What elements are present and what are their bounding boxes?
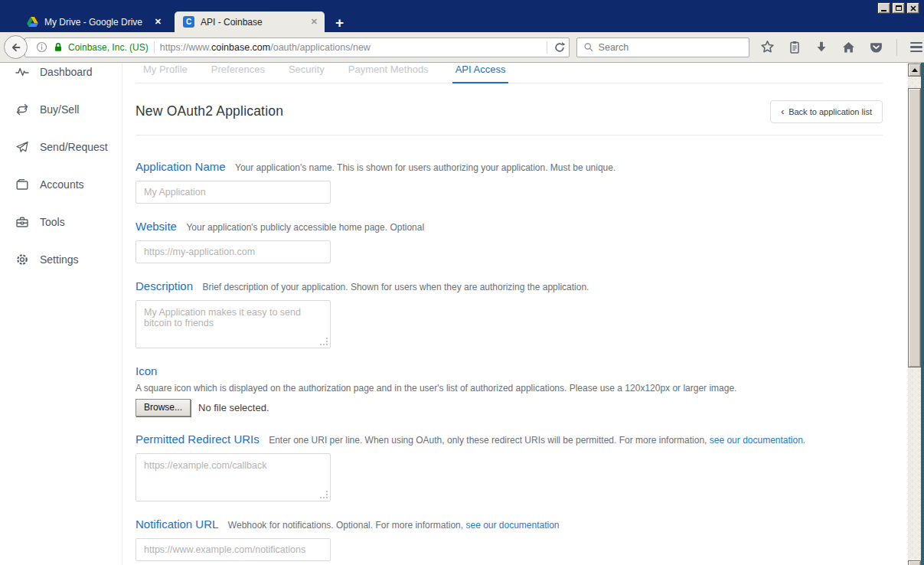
tab-google-drive[interactable]: My Drive - Google Drive ✕ — [18, 11, 168, 32]
scrollbar-thumb[interactable] — [908, 88, 921, 367]
identity-label: Coinbase, Inc. (US) — [68, 42, 149, 53]
send-request-icon — [15, 140, 29, 154]
field-label: Website — [135, 220, 177, 233]
documentation-link[interactable]: see our documentation — [710, 435, 803, 446]
download-icon[interactable] — [815, 41, 828, 54]
application-name-input[interactable] — [135, 181, 331, 204]
browser-window: My Drive - Google Drive ✕ C API - Coinba… — [0, 0, 924, 565]
resize-grip-icon[interactable] — [321, 492, 328, 498]
settings-icon — [15, 253, 29, 266]
sidebar-item-buy-sell[interactable]: Buy/Sell — [0, 90, 122, 128]
tab-security[interactable]: Security — [289, 64, 325, 83]
field-help: Your application's publicly accessible h… — [186, 222, 424, 233]
tab-title: My Drive - Google Drive — [44, 17, 149, 28]
main-content: My Profile Preferences Security Payment … — [122, 63, 908, 565]
tab-close-icon[interactable]: ✕ — [311, 18, 318, 26]
bookmarks-clipboard-icon[interactable] — [788, 40, 802, 54]
accounts-icon — [15, 178, 29, 191]
back-button[interactable] — [4, 35, 28, 59]
field-help: Brief description of your application. S… — [202, 282, 589, 292]
sidebar-item-dashboard[interactable]: Dashboard — [0, 63, 122, 90]
buy-sell-icon — [15, 103, 29, 116]
sidebar-label: Send/Request — [40, 141, 108, 153]
field-label: Icon — [135, 364, 157, 377]
scroll-up-button[interactable] — [908, 64, 921, 77]
sidebar-label: Dashboard — [40, 66, 93, 78]
sidebar-item-accounts[interactable]: Accounts — [0, 165, 122, 203]
close-button[interactable] — [906, 2, 919, 14]
settings-nav-tabs: My Profile Preferences Security Payment … — [135, 63, 883, 83]
tab-preferences[interactable]: Preferences — [211, 64, 265, 83]
chevron-left-icon: ‹ — [781, 107, 784, 116]
field-permitted-redirect-uris: Permitted Redirect URIs Enter one URI pe… — [135, 433, 883, 501]
tab-payment-methods[interactable]: Payment Methods — [348, 64, 429, 83]
info-icon[interactable] — [36, 41, 47, 53]
minimize-button[interactable] — [877, 2, 890, 14]
field-help: Enter one URI per line. When using OAuth… — [269, 435, 805, 446]
window-edge — [921, 63, 924, 565]
new-tab-button[interactable]: + — [335, 15, 344, 30]
back-to-application-list-button[interactable]: ‹ Back to application list — [770, 100, 883, 123]
scroll-down-button[interactable] — [908, 560, 921, 565]
search-box[interactable] — [576, 38, 749, 57]
tab-api-access[interactable]: API Access — [452, 64, 509, 83]
window-controls — [877, 2, 919, 14]
website-input[interactable] — [135, 240, 331, 263]
field-label: Application Name — [135, 160, 226, 173]
divider — [154, 41, 155, 54]
coinbase-icon: C — [183, 16, 194, 28]
url-bar[interactable]: Coinbase, Inc. (US) https://www.coinbase… — [24, 38, 570, 57]
tab-title: API - Coinbase — [201, 17, 305, 28]
titlebar: My Drive - Google Drive ✕ C API - Coinba… — [0, 0, 924, 32]
search-input[interactable] — [599, 42, 743, 53]
field-application-name: Application Name Your application's name… — [135, 160, 883, 204]
tab-close-icon[interactable]: ✕ — [155, 18, 162, 26]
bookmark-star-icon[interactable] — [760, 40, 775, 54]
description-textarea[interactable] — [135, 300, 331, 348]
site-identity[interactable]: Coinbase, Inc. (US) — [53, 41, 149, 53]
page-viewport: Dashboard Buy/Sell Send/Request — [0, 63, 908, 565]
tab-coinbase[interactable]: C API - Coinbase ✕ — [175, 11, 325, 32]
file-status: No file selected. — [198, 402, 269, 413]
toolbar-icons — [760, 39, 922, 56]
divider — [896, 39, 897, 56]
sidebar-label: Buy/Sell — [40, 103, 79, 116]
resize-grip-icon[interactable] — [321, 338, 328, 345]
sidebar-item-tools[interactable]: Tools — [0, 203, 122, 240]
back-icon — [9, 41, 23, 54]
field-website: Website Your application's publicly acce… — [135, 220, 883, 263]
sidebar-item-settings[interactable]: Settings — [0, 240, 122, 278]
notification-url-input[interactable] — [135, 538, 331, 561]
url-text[interactable]: https://www.coinbase.com/oauth/applicati… — [160, 42, 541, 53]
sidebar-label: Tools — [40, 216, 65, 228]
tab-my-profile[interactable]: My Profile — [143, 64, 188, 83]
browse-button[interactable]: Browse... — [135, 399, 191, 416]
reload-icon[interactable] — [553, 41, 566, 54]
tools-icon — [15, 215, 29, 229]
home-icon[interactable] — [841, 41, 856, 54]
sidebar: Dashboard Buy/Sell Send/Request — [0, 63, 122, 565]
lock-icon — [53, 41, 64, 53]
sidebar-label: Accounts — [40, 178, 84, 191]
triangle-up-icon — [912, 68, 918, 72]
maximize-button[interactable] — [892, 2, 905, 14]
pocket-icon[interactable] — [869, 41, 883, 54]
menu-icon[interactable] — [910, 42, 922, 53]
redirect-uris-textarea[interactable] — [135, 453, 331, 501]
field-label: Notification URL — [135, 518, 218, 531]
field-label: Description — [135, 279, 193, 292]
sidebar-item-send-request[interactable]: Send/Request — [0, 128, 122, 165]
maximize-icon — [896, 5, 902, 11]
divider — [547, 41, 547, 54]
scrollbar[interactable] — [908, 63, 921, 565]
minimize-icon — [881, 10, 886, 11]
field-label: Permitted Redirect URIs — [135, 433, 260, 446]
documentation-link[interactable]: see our documentation — [465, 520, 559, 531]
field-help: Webhook for notifications. Optional. For… — [228, 520, 560, 531]
field-help: A square icon which is displayed on the … — [135, 384, 883, 394]
page-header: New OAuth2 Application ‹ Back to applica… — [135, 103, 883, 136]
field-notification-url: Notification URL Webhook for notificatio… — [135, 518, 883, 561]
reload-area — [547, 41, 566, 54]
tab-strip: My Drive - Google Drive ✕ C API - Coinba… — [18, 11, 344, 32]
field-description: Description Brief description of your ap… — [135, 279, 883, 348]
